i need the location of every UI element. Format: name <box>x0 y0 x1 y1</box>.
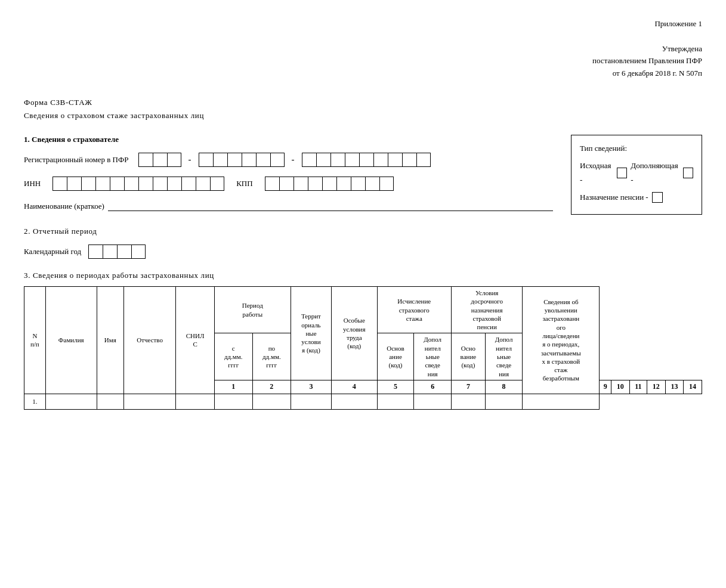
col-num-5: 5 <box>377 380 414 394</box>
row1-period-po[interactable] <box>252 394 291 409</box>
inn-cell-1[interactable] <box>52 177 67 191</box>
ishodnaya-label: Исходная - <box>580 159 613 187</box>
inn-cell-10[interactable] <box>181 177 196 191</box>
th-period-s: сдд.мм.гггг <box>214 333 252 380</box>
inn-cell-12[interactable] <box>210 177 224 191</box>
dash-1: - <box>189 154 191 165</box>
th-ima: Имя <box>97 286 123 394</box>
kpp-cell-7[interactable] <box>351 177 365 191</box>
kpp-cells <box>265 177 394 191</box>
year-cell-2[interactable] <box>103 245 117 259</box>
year-cell-3[interactable] <box>117 245 131 259</box>
kpp-cell-1[interactable] <box>265 177 279 191</box>
reg-cell-2[interactable] <box>153 153 167 167</box>
reg-label: Регистрационный номер в ПФР <box>24 155 129 165</box>
col-num-7: 7 <box>451 380 485 394</box>
reg-cell-6[interactable] <box>227 153 242 167</box>
kpp-cell-3[interactable] <box>294 177 308 191</box>
calendar-cells <box>88 245 146 259</box>
reg-cell-11[interactable] <box>316 153 330 167</box>
th-num: Nп/п <box>24 286 46 394</box>
kpp-cell-5[interactable] <box>322 177 336 191</box>
th-snils: СНИЛС <box>176 286 214 394</box>
reg-cell-7[interactable] <box>242 153 256 167</box>
inn-cell-11[interactable] <box>196 177 210 191</box>
section3-title: 3. Сведения о периодах работы застрахова… <box>24 271 702 280</box>
row1-usl-osnov[interactable] <box>451 394 485 409</box>
col-num-10: 10 <box>611 380 630 394</box>
appendix-label: Приложение 1 <box>24 18 702 30</box>
kpp-cell-6[interactable] <box>336 177 351 191</box>
th-isch-osnov: Основание(код) <box>377 333 414 380</box>
dopoln-checkbox[interactable] <box>683 168 693 178</box>
th-fam: Фамилия <box>45 286 97 394</box>
naim-row: Наименование (краткое) <box>24 200 553 211</box>
reg-cell-8[interactable] <box>256 153 270 167</box>
reg-cell-18[interactable] <box>416 153 431 167</box>
main-table: Nп/п Фамилия Имя Отчество СНИЛС Периодра… <box>24 286 702 410</box>
reg-cell-9[interactable] <box>270 153 285 167</box>
reg-cell-15[interactable] <box>373 153 388 167</box>
row1-usl-dopol[interactable] <box>485 394 523 409</box>
col-num-11: 11 <box>629 380 647 394</box>
th-otch: Отчество <box>123 286 176 394</box>
naim-line[interactable] <box>108 200 553 211</box>
col-num-13: 13 <box>665 380 684 394</box>
reg-cell-3[interactable] <box>167 153 181 167</box>
reg-cell-14[interactable] <box>359 153 373 167</box>
row1-osobye[interactable] <box>332 394 378 409</box>
col-num-14: 14 <box>684 380 702 394</box>
row1-uvol[interactable] <box>523 394 600 409</box>
reg-cell-17[interactable] <box>402 153 416 167</box>
row1-fam[interactable] <box>45 394 97 409</box>
inn-cell-5[interactable] <box>110 177 124 191</box>
reg-cell-4[interactable] <box>199 153 213 167</box>
row1-isch-dopol[interactable] <box>414 394 452 409</box>
table-header-row1: Nп/п Фамилия Имя Отчество СНИЛС Периодра… <box>24 286 702 333</box>
inn-cell-3[interactable] <box>81 177 95 191</box>
section1-title: 1. Сведения о страхователе <box>24 135 553 144</box>
ishodnaya-checkbox[interactable] <box>617 168 627 178</box>
row1-num: 1. <box>24 394 46 409</box>
form-name: Форма СЗВ-СТАЖ <box>24 98 702 107</box>
inn-cell-7[interactable] <box>138 177 153 191</box>
row1-snils[interactable] <box>176 394 214 409</box>
naznachenie-checkbox[interactable] <box>652 192 663 203</box>
row1-ima[interactable] <box>97 394 123 409</box>
col-num-3: 3 <box>291 380 331 394</box>
th-period: Периодработы <box>214 286 291 333</box>
row1-isch-osnov[interactable] <box>377 394 414 409</box>
dash-2: - <box>292 154 295 165</box>
approved-line2: постановлением Правления ПФР <box>24 55 702 67</box>
kpp-cell-2[interactable] <box>279 177 294 191</box>
approved-line3: от 6 декабря 2018 г. N 507п <box>24 67 702 80</box>
reg-cell-1[interactable] <box>138 153 153 167</box>
reg-cell-10[interactable] <box>302 153 316 167</box>
reg-cell-16[interactable] <box>388 153 402 167</box>
tip-svedeniy-box: Тип сведений: Исходная - Дополняющая - Н… <box>571 135 702 215</box>
row1-otch[interactable] <box>123 394 176 409</box>
kpp-cell-8[interactable] <box>365 177 379 191</box>
inn-cell-8[interactable] <box>153 177 167 191</box>
inn-cell-4[interactable] <box>95 177 110 191</box>
year-cell-4[interactable] <box>131 245 146 259</box>
row1-territ[interactable] <box>291 394 331 409</box>
th-usl-osnov: Основание(код) <box>451 333 485 380</box>
kpp-cell-4[interactable] <box>308 177 322 191</box>
reg-cells-2 <box>199 153 285 167</box>
reg-cell-5[interactable] <box>213 153 227 167</box>
reg-cell-13[interactable] <box>345 153 359 167</box>
row1-period-s[interactable] <box>214 394 252 409</box>
naznachenie-label: Назначение пенсии - <box>580 190 648 204</box>
inn-label: ИНН <box>24 179 41 188</box>
inn-cell-6[interactable] <box>124 177 138 191</box>
th-territ: Территориальныеусловия (код) <box>291 286 331 380</box>
tip-title: Тип сведений: <box>580 141 693 155</box>
inn-cell-2[interactable] <box>67 177 81 191</box>
reg-cell-12[interactable] <box>330 153 345 167</box>
inn-cells <box>52 177 224 191</box>
inn-cell-9[interactable] <box>167 177 181 191</box>
col-num-9: 9 <box>600 380 611 394</box>
year-cell-1[interactable] <box>88 245 103 259</box>
kpp-cell-9[interactable] <box>379 177 394 191</box>
